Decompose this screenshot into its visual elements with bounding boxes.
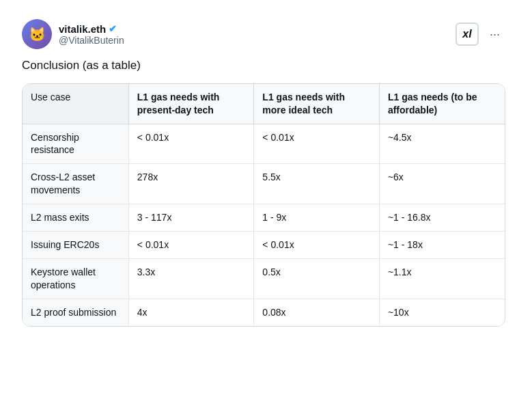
cell-usecase: Keystore wallet operations	[23, 258, 128, 299]
cell-ideal: 1 - 9x	[254, 204, 380, 232]
tweet-author: 🐱 vitalik.eth ✔ @VitalikButerin	[22, 19, 124, 49]
cell-affordable: ~6x	[379, 164, 505, 204]
cell-ideal: 0.5x	[254, 258, 380, 299]
tweet-text: Conclusion (as a table)	[22, 57, 505, 74]
table-row: Issuing ERC20s< 0.01x< 0.01x~1 - 18x	[23, 232, 505, 259]
more-options-button[interactable]: ···	[484, 25, 505, 44]
cell-present: 3.3x	[128, 258, 254, 299]
table-row: Censorship resistance< 0.01x< 0.01x~4.5x	[23, 124, 505, 164]
table-header-row: Use case L1 gas needs with present-day t…	[23, 84, 505, 124]
author-name: vitalik.eth ✔	[59, 23, 124, 35]
table-row: L2 proof submission4x0.08x~10x	[23, 299, 505, 325]
cell-present: 3 - 117x	[128, 204, 254, 232]
cell-affordable: ~4.5x	[379, 124, 505, 164]
tweet-header: 🐱 vitalik.eth ✔ @VitalikButerin xl ···	[22, 19, 505, 49]
data-table-container: Use case L1 gas needs with present-day t…	[22, 83, 505, 327]
cell-usecase: L2 mass exits	[23, 204, 128, 232]
table-row: L2 mass exits3 - 117x1 - 9x~1 - 16.8x	[23, 204, 505, 232]
data-table: Use case L1 gas needs with present-day t…	[23, 84, 505, 326]
cell-present: 278x	[128, 164, 254, 204]
cell-usecase: Censorship resistance	[23, 124, 128, 164]
xl-button[interactable]: xl	[456, 23, 479, 46]
cell-usecase: L2 proof submission	[23, 299, 128, 325]
cell-affordable: ~1 - 18x	[379, 232, 505, 259]
tweet-actions: xl ···	[456, 23, 505, 46]
table-row: Cross-L2 asset movements278x5.5x~6x	[23, 164, 505, 204]
cell-present: < 0.01x	[128, 124, 254, 164]
avatar[interactable]: 🐱	[22, 19, 52, 49]
col-header-present: L1 gas needs with present-day tech	[128, 84, 254, 124]
table-row: Keystore wallet operations3.3x0.5x~1.1x	[23, 258, 505, 299]
author-info: vitalik.eth ✔ @VitalikButerin	[59, 23, 124, 46]
cell-present: 4x	[128, 299, 254, 325]
cell-affordable: ~1.1x	[379, 258, 505, 299]
col-header-ideal: L1 gas needs with more ideal tech	[254, 84, 380, 124]
tweet-card: 🐱 vitalik.eth ✔ @VitalikButerin xl ··· C…	[11, 11, 516, 335]
cell-ideal: 5.5x	[254, 164, 380, 204]
cell-ideal: 0.08x	[254, 299, 380, 325]
cell-affordable: ~1 - 16.8x	[379, 204, 505, 232]
cell-usecase: Issuing ERC20s	[23, 232, 128, 259]
cell-usecase: Cross-L2 asset movements	[23, 164, 128, 204]
cell-affordable: ~10x	[379, 299, 505, 325]
cell-ideal: < 0.01x	[254, 232, 380, 259]
col-header-usecase: Use case	[23, 84, 128, 124]
cell-present: < 0.01x	[128, 232, 254, 259]
col-header-affordable: L1 gas needs (to be affordable)	[379, 84, 505, 124]
cell-ideal: < 0.01x	[254, 124, 380, 164]
verified-icon: ✔	[109, 23, 117, 34]
author-handle: @VitalikButerin	[59, 35, 124, 46]
